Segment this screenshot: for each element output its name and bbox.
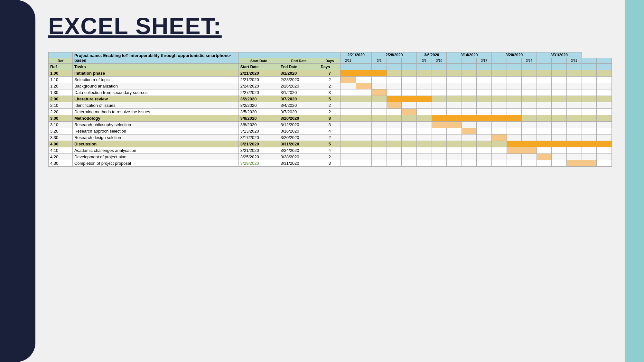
gc-3-20-14 [537,128,552,135]
ref-1-10: 1.10 [49,77,73,83]
days-2-10: 2 [319,102,341,109]
gc-4-20-18 [597,154,612,160]
gc-2-10-13 [522,102,537,109]
days-4-20: 2 [319,154,341,160]
gc-1-00-12 [507,70,522,77]
gc-1-20-9 [462,83,477,89]
gc2 [356,64,372,70]
main-content: EXCEL SHEET: Project name: Enabling IoT … [35,0,625,362]
row-2-20: 2.20 Determing methods to resolve the is… [49,109,612,115]
task-1-00: Initiation phase [72,70,238,77]
gc17 [582,64,597,70]
gc-4-20-13 [522,154,537,160]
row-4-00: 4.00 Discussion 3/21/2020 3/31/2020 5 [49,141,612,147]
gc-3-30-3 [372,135,387,141]
gc-4-10-3 [372,147,387,154]
gc-4-20-3 [372,154,387,160]
gc-4-10-15 [552,147,567,154]
gc-4-30-12 [507,160,522,167]
gc-1-10-17 [582,77,597,83]
start-2-20: 3/5/2020 [238,109,279,115]
gc-4-10-16 [566,147,582,154]
row-4-20: 4.20 Development of project plan 3/25/20… [49,154,612,160]
row-1-10: 1.10 Selectionm of topic 2/21/2020 2/23/… [49,77,612,83]
spreadsheet-container: Project name: Enabling IoT interoperabil… [48,52,612,356]
gc-3-10-9 [462,122,477,128]
gc-2-10-11 [492,102,507,109]
bar-1-30 [372,89,387,96]
gc-4-20-5 [402,154,417,160]
gantt-table: Project name: Enabling IoT interoperabil… [48,52,612,167]
gc-1-10-8 [447,77,462,83]
end-1-10: 2/23/2020 [279,77,319,83]
gc-3-30-14 [537,135,552,141]
gc3 [372,64,387,70]
gc-3-10-6 [417,122,432,128]
gc-3-00-6 [417,115,432,122]
gc-1-30-4 [387,89,402,96]
gc5 [402,64,417,70]
gc-4-20-12 [507,154,522,160]
gc-3-20-16 [566,128,582,135]
task-2-00: Literature review [72,96,238,102]
gc-1-10-3 [372,77,387,83]
gc-4-00-11 [492,141,507,147]
gc-4-00-6 [417,141,432,147]
gc-1-20-18 [597,83,612,89]
gc-4-30-8 [447,160,462,167]
gc-1-20-10 [477,83,492,89]
gc-4-30-6 [417,160,432,167]
date-header-320: 3/20/2020 [492,52,537,58]
gc-1-00-8 [447,70,462,77]
gc-1-00-11 [492,70,507,77]
days-4-10: 4 [319,147,341,154]
gc-3-10-4 [387,122,402,128]
gc-4-20-17 [582,154,597,160]
gc-4-00-10 [477,141,492,147]
gc-1-20-6 [417,83,432,89]
gc-3-10-15 [552,122,567,128]
gc-4-10-5 [402,147,417,154]
gc-3-00-17 [582,115,597,122]
gc-3-00-16 [566,115,582,122]
end-3-00: 3/20/2020 [279,115,319,122]
row-2-00: 2.00 Literature review 3/2/2020 3/7/2020… [49,96,612,102]
gc-1-00-9 [462,70,477,77]
page-title: EXCEL SHEET: [48,13,612,39]
gc-4-20-8 [447,154,462,160]
date-header-221: 2/21/2020 [341,52,372,58]
days-3-00: 8 [319,115,341,122]
gc-4-10-10 [477,147,492,154]
gc-3-30-6 [417,135,432,141]
sub-date-6: 3/9 [417,58,432,64]
days-4-30: 3 [319,160,341,167]
gc-4-00-7 [432,141,447,147]
gc-4-30-11 [492,160,507,167]
gc-3-30-2 [356,135,372,141]
gc-4-30-15 [552,160,567,167]
right-sidebar [625,0,644,362]
gc-3-20-15 [552,128,567,135]
ref-3-00: 3.00 [49,115,73,122]
gc-4-10-17 [582,147,597,154]
gc-3-20-10 [477,128,492,135]
bar-3-30 [492,135,507,141]
ref-3-20: 3.20 [49,128,73,135]
gc-1-00-5 [402,70,417,77]
end-4-10: 3/24/2020 [279,147,319,154]
sub-date-4 [387,58,402,64]
gc-3-30-10 [477,135,492,141]
gc-4-10-6 [417,147,432,154]
gc-3-30-12 [507,135,522,141]
date-header-314: 3/14/2020 [447,52,492,58]
task-3-20: Research approch selection [72,128,238,135]
gc-1-10-4 [387,77,402,83]
start-4-30: 3/29/2020 [238,160,279,167]
gc-1-00-4 [387,70,402,77]
gc-2-20-2 [356,109,372,115]
gc-3-10-18 [597,122,612,128]
gc-2-00-11 [492,96,507,102]
ref-2-20: 2.20 [49,109,73,115]
bar-1-20 [356,83,372,89]
gc-1-00-6 [417,70,432,77]
